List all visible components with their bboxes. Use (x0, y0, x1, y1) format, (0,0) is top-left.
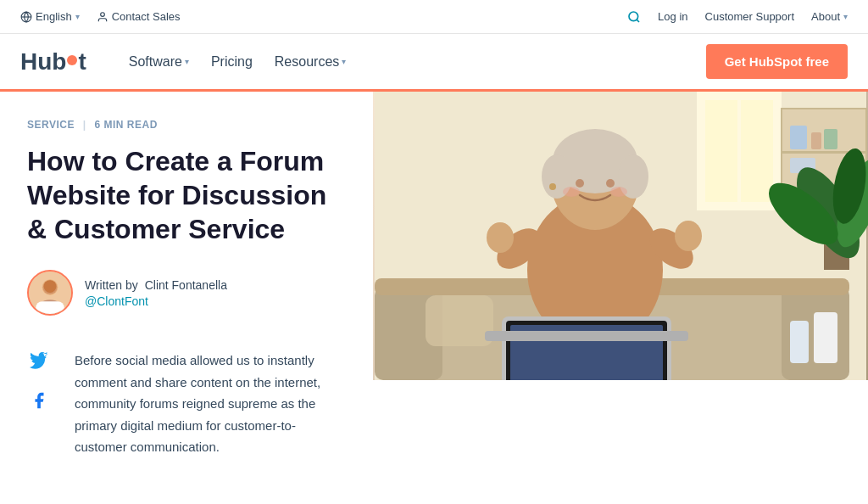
svg-point-45 (549, 183, 556, 190)
svg-rect-50 (485, 331, 688, 341)
person-icon (97, 11, 108, 23)
meta-separator: | (83, 119, 86, 131)
resources-label: Resources (275, 54, 339, 70)
svg-rect-18 (811, 132, 821, 149)
svg-rect-19 (824, 129, 837, 149)
svg-point-3 (629, 12, 638, 21)
about-label: About (811, 10, 840, 23)
author-written-by: Written by Clint Fontanella (85, 278, 227, 292)
svg-point-44 (610, 187, 627, 197)
pricing-label: Pricing (211, 54, 253, 70)
svg-point-35 (675, 221, 702, 251)
article-read-time: 6 MIN READ (95, 119, 158, 131)
svg-rect-13 (705, 100, 737, 202)
svg-point-34 (487, 222, 514, 253)
article-meta: SERVICE | 6 MIN READ (27, 119, 346, 131)
language-chevron-icon: ▾ (75, 12, 80, 21)
software-label: Software (129, 54, 182, 70)
avatar-image (29, 270, 71, 316)
globe-icon (20, 11, 32, 23)
get-hubspot-cta[interactable]: Get HubSpot free (706, 44, 848, 79)
article-title: How to Create a Forum Website for Discus… (27, 144, 346, 246)
customer-support-link[interactable]: Customer Support (705, 10, 795, 23)
author-name: Clint Fontanella (145, 278, 227, 292)
twitter-icon (30, 352, 48, 371)
author-info: Written by Clint Fontanella @ClontFont (85, 278, 227, 308)
svg-point-41 (576, 179, 584, 188)
nav-software[interactable]: Software ▾ (120, 48, 198, 76)
software-chevron-icon: ▾ (185, 57, 189, 66)
hero-image (373, 92, 868, 380)
contact-sales-link[interactable]: Contact Sales (97, 10, 181, 23)
svg-rect-52 (814, 312, 837, 363)
scene-illustration (373, 92, 868, 380)
language-selector[interactable]: English ▾ (20, 10, 80, 23)
author-handle[interactable]: @ClontFont (85, 294, 227, 308)
svg-rect-9 (36, 301, 64, 314)
svg-rect-51 (790, 321, 809, 363)
hubspot-logo[interactable]: Hubt (20, 48, 86, 76)
article-body: Before social media allowed us to instan… (27, 343, 346, 458)
contact-sales-label: Contact Sales (112, 10, 181, 23)
social-sidebar (27, 343, 51, 458)
written-by-label: Written by (85, 278, 138, 292)
svg-rect-14 (741, 100, 773, 202)
svg-line-4 (637, 20, 639, 22)
login-link[interactable]: Log in (658, 10, 687, 23)
about-chevron-icon: ▾ (843, 12, 848, 21)
svg-point-43 (563, 187, 580, 197)
left-column: SERVICE | 6 MIN READ How to Create a For… (0, 92, 373, 485)
svg-point-42 (606, 179, 615, 188)
nav-links: Software ▾ Pricing Resources ▾ (120, 48, 706, 76)
main-nav: Hubt Software ▾ Pricing Resources ▾ Get … (0, 34, 868, 92)
resources-chevron-icon: ▾ (342, 57, 346, 66)
avatar (27, 270, 73, 316)
top-bar-left: English ▾ Contact Sales (20, 10, 181, 23)
top-bar: English ▾ Contact Sales Log in Customer … (0, 0, 868, 34)
article-excerpt: Before social media allowed us to instan… (75, 343, 346, 458)
logo-hub-text: Hub (20, 48, 66, 76)
svg-point-10 (44, 280, 57, 293)
hero-image-container (373, 92, 868, 485)
page-content: SERVICE | 6 MIN READ How to Create a For… (0, 92, 868, 485)
nav-resources[interactable]: Resources ▾ (266, 48, 354, 76)
facebook-icon (30, 391, 48, 410)
logo-spot-text: t (78, 48, 86, 76)
facebook-share-button[interactable] (27, 389, 51, 412)
top-bar-right: Log in Customer Support About ▾ (627, 10, 848, 24)
language-label: English (36, 10, 72, 23)
author-block: Written by Clint Fontanella @ClontFont (27, 270, 346, 316)
about-menu[interactable]: About ▾ (811, 10, 848, 23)
nav-pricing[interactable]: Pricing (203, 48, 261, 76)
svg-point-2 (100, 12, 104, 16)
svg-rect-30 (426, 295, 493, 346)
article-category: SERVICE (27, 119, 75, 131)
svg-rect-17 (790, 126, 807, 149)
twitter-share-button[interactable] (27, 350, 51, 373)
search-icon[interactable] (627, 10, 641, 24)
logo-spot-dot (67, 55, 77, 65)
